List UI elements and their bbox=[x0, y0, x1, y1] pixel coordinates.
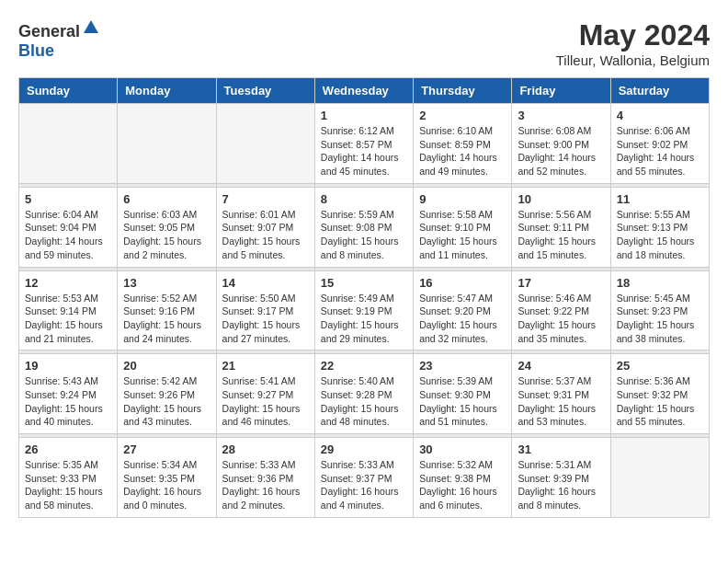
calendar-day-cell: 23Sunrise: 5:39 AM Sunset: 9:30 PM Dayli… bbox=[414, 354, 512, 434]
calendar-day-cell: 7Sunrise: 6:01 AM Sunset: 9:07 PM Daylig… bbox=[216, 187, 314, 267]
svg-marker-0 bbox=[84, 20, 98, 33]
title-block: May 2024 Tilleur, Wallonia, Belgium bbox=[556, 18, 710, 68]
day-number: 20 bbox=[123, 359, 210, 373]
day-info: Sunrise: 5:33 AM Sunset: 9:37 PM Dayligh… bbox=[321, 458, 407, 512]
day-number: 22 bbox=[321, 359, 407, 373]
logo-icon bbox=[82, 18, 100, 37]
day-info: Sunrise: 5:37 AM Sunset: 9:31 PM Dayligh… bbox=[518, 374, 604, 429]
day-info: Sunrise: 5:35 AM Sunset: 9:33 PM Dayligh… bbox=[25, 458, 111, 512]
logo: General Blue bbox=[18, 18, 100, 61]
calendar-day-cell: 24Sunrise: 5:37 AM Sunset: 9:31 PM Dayli… bbox=[512, 354, 610, 434]
calendar-day-cell: 14Sunrise: 5:50 AM Sunset: 9:17 PM Dayli… bbox=[216, 270, 314, 350]
day-info: Sunrise: 6:08 AM Sunset: 9:00 PM Dayligh… bbox=[518, 124, 604, 178]
calendar-day-cell bbox=[216, 104, 314, 184]
calendar-day-cell bbox=[610, 438, 709, 518]
calendar-week-row: 1Sunrise: 6:12 AM Sunset: 8:57 PM Daylig… bbox=[19, 104, 710, 184]
calendar-day-cell: 13Sunrise: 5:52 AM Sunset: 9:16 PM Dayli… bbox=[118, 270, 216, 350]
calendar-day-cell: 11Sunrise: 5:55 AM Sunset: 9:13 PM Dayli… bbox=[610, 187, 709, 267]
location: Tilleur, Wallonia, Belgium bbox=[556, 52, 710, 68]
day-info: Sunrise: 5:41 AM Sunset: 9:27 PM Dayligh… bbox=[222, 374, 309, 429]
day-number: 2 bbox=[419, 109, 506, 122]
calendar-day-cell: 12Sunrise: 5:53 AM Sunset: 9:14 PM Dayli… bbox=[19, 270, 118, 350]
day-info: Sunrise: 5:45 AM Sunset: 9:23 PM Dayligh… bbox=[617, 292, 703, 346]
day-info: Sunrise: 6:03 AM Sunset: 9:05 PM Dayligh… bbox=[123, 208, 210, 262]
day-number: 25 bbox=[617, 359, 703, 373]
day-number: 3 bbox=[518, 109, 604, 122]
day-info: Sunrise: 5:42 AM Sunset: 9:26 PM Dayligh… bbox=[123, 374, 210, 429]
day-number: 29 bbox=[321, 442, 407, 456]
calendar-day-cell: 31Sunrise: 5:31 AM Sunset: 9:39 PM Dayli… bbox=[512, 438, 610, 518]
calendar-day-cell: 3Sunrise: 6:08 AM Sunset: 9:00 PM Daylig… bbox=[512, 104, 610, 184]
day-info: Sunrise: 5:56 AM Sunset: 9:11 PM Dayligh… bbox=[518, 208, 604, 262]
calendar-day-cell: 27Sunrise: 5:34 AM Sunset: 9:35 PM Dayli… bbox=[118, 438, 216, 518]
calendar-day-cell: 6Sunrise: 6:03 AM Sunset: 9:05 PM Daylig… bbox=[118, 187, 216, 267]
calendar-day-cell: 26Sunrise: 5:35 AM Sunset: 9:33 PM Dayli… bbox=[19, 438, 118, 518]
calendar-day-header: Sunday bbox=[19, 78, 118, 104]
day-info: Sunrise: 5:32 AM Sunset: 9:38 PM Dayligh… bbox=[419, 458, 506, 512]
calendar-day-cell: 28Sunrise: 5:33 AM Sunset: 9:36 PM Dayli… bbox=[216, 438, 314, 518]
day-number: 1 bbox=[321, 109, 407, 122]
calendar-day-cell: 20Sunrise: 5:42 AM Sunset: 9:26 PM Dayli… bbox=[118, 354, 216, 434]
calendar-header-row: SundayMondayTuesdayWednesdayThursdayFrid… bbox=[19, 78, 710, 104]
calendar-day-cell: 4Sunrise: 6:06 AM Sunset: 9:02 PM Daylig… bbox=[610, 104, 709, 184]
day-number: 4 bbox=[617, 109, 703, 122]
calendar-day-header: Monday bbox=[118, 78, 216, 104]
calendar-week-row: 26Sunrise: 5:35 AM Sunset: 9:33 PM Dayli… bbox=[19, 438, 710, 518]
day-number: 10 bbox=[518, 192, 604, 206]
calendar-day-cell bbox=[19, 104, 118, 184]
day-number: 27 bbox=[123, 442, 210, 456]
day-info: Sunrise: 5:39 AM Sunset: 9:30 PM Dayligh… bbox=[419, 374, 506, 429]
day-number: 19 bbox=[25, 359, 111, 373]
day-info: Sunrise: 5:43 AM Sunset: 9:24 PM Dayligh… bbox=[25, 374, 111, 429]
calendar-day-cell: 8Sunrise: 5:59 AM Sunset: 9:08 PM Daylig… bbox=[314, 187, 413, 267]
day-number: 21 bbox=[222, 359, 309, 373]
day-number: 13 bbox=[123, 276, 210, 290]
calendar-day-cell: 2Sunrise: 6:10 AM Sunset: 8:59 PM Daylig… bbox=[414, 104, 512, 184]
calendar-day-header: Thursday bbox=[414, 78, 512, 104]
day-number: 8 bbox=[321, 192, 407, 206]
calendar-day-cell: 16Sunrise: 5:47 AM Sunset: 9:20 PM Dayli… bbox=[414, 270, 512, 350]
calendar-day-cell: 19Sunrise: 5:43 AM Sunset: 9:24 PM Dayli… bbox=[19, 354, 118, 434]
day-number: 5 bbox=[25, 192, 111, 206]
day-info: Sunrise: 5:53 AM Sunset: 9:14 PM Dayligh… bbox=[25, 292, 111, 346]
logo-general: General bbox=[18, 22, 80, 40]
day-number: 17 bbox=[518, 276, 604, 290]
day-info: Sunrise: 6:06 AM Sunset: 9:02 PM Dayligh… bbox=[617, 124, 703, 178]
calendar-week-row: 19Sunrise: 5:43 AM Sunset: 9:24 PM Dayli… bbox=[19, 354, 710, 434]
day-info: Sunrise: 5:40 AM Sunset: 9:28 PM Dayligh… bbox=[321, 374, 407, 429]
calendar-week-row: 5Sunrise: 6:04 AM Sunset: 9:04 PM Daylig… bbox=[19, 187, 710, 267]
calendar-day-header: Tuesday bbox=[216, 78, 314, 104]
calendar-day-cell: 30Sunrise: 5:32 AM Sunset: 9:38 PM Dayli… bbox=[414, 438, 512, 518]
calendar-day-header: Friday bbox=[512, 78, 610, 104]
day-info: Sunrise: 5:47 AM Sunset: 9:20 PM Dayligh… bbox=[419, 292, 506, 346]
day-number: 24 bbox=[518, 359, 604, 373]
day-number: 31 bbox=[518, 442, 604, 456]
day-number: 15 bbox=[321, 276, 407, 290]
day-number: 26 bbox=[25, 442, 111, 456]
day-number: 23 bbox=[419, 359, 506, 373]
calendar-day-header: Saturday bbox=[610, 78, 709, 104]
calendar-day-cell: 15Sunrise: 5:49 AM Sunset: 9:19 PM Dayli… bbox=[314, 270, 413, 350]
day-number: 9 bbox=[419, 192, 506, 206]
day-info: Sunrise: 6:12 AM Sunset: 8:57 PM Dayligh… bbox=[321, 124, 407, 178]
page-header: General Blue May 2024 Tilleur, Wallonia,… bbox=[18, 18, 710, 68]
day-info: Sunrise: 6:04 AM Sunset: 9:04 PM Dayligh… bbox=[25, 208, 111, 262]
day-info: Sunrise: 5:58 AM Sunset: 9:10 PM Dayligh… bbox=[419, 208, 506, 262]
day-number: 18 bbox=[617, 276, 703, 290]
day-info: Sunrise: 5:59 AM Sunset: 9:08 PM Dayligh… bbox=[321, 208, 407, 262]
day-number: 7 bbox=[222, 192, 309, 206]
calendar-day-cell: 18Sunrise: 5:45 AM Sunset: 9:23 PM Dayli… bbox=[610, 270, 709, 350]
day-info: Sunrise: 5:31 AM Sunset: 9:39 PM Dayligh… bbox=[518, 458, 604, 512]
day-info: Sunrise: 5:46 AM Sunset: 9:22 PM Dayligh… bbox=[518, 292, 604, 346]
calendar-day-cell: 29Sunrise: 5:33 AM Sunset: 9:37 PM Dayli… bbox=[314, 438, 413, 518]
day-info: Sunrise: 5:52 AM Sunset: 9:16 PM Dayligh… bbox=[123, 292, 210, 346]
day-number: 30 bbox=[419, 442, 506, 456]
day-info: Sunrise: 5:36 AM Sunset: 9:32 PM Dayligh… bbox=[617, 374, 703, 429]
day-info: Sunrise: 6:10 AM Sunset: 8:59 PM Dayligh… bbox=[419, 124, 506, 178]
day-number: 6 bbox=[123, 192, 210, 206]
day-info: Sunrise: 5:33 AM Sunset: 9:36 PM Dayligh… bbox=[222, 458, 309, 512]
day-number: 11 bbox=[617, 192, 703, 206]
calendar-day-cell: 9Sunrise: 5:58 AM Sunset: 9:10 PM Daylig… bbox=[414, 187, 512, 267]
calendar-day-cell: 10Sunrise: 5:56 AM Sunset: 9:11 PM Dayli… bbox=[512, 187, 610, 267]
calendar-day-cell: 1Sunrise: 6:12 AM Sunset: 8:57 PM Daylig… bbox=[314, 104, 413, 184]
